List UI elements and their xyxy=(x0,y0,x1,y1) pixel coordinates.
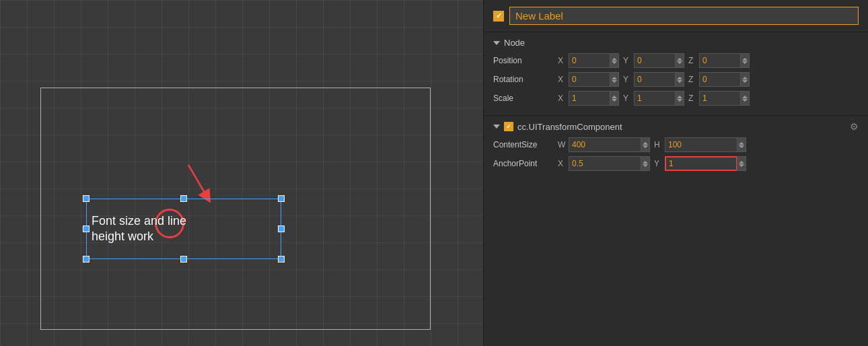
position-x-input[interactable] xyxy=(569,53,610,68)
node-name-input[interactable] xyxy=(509,7,859,25)
content-size-label: ContentSize xyxy=(493,140,554,149)
content-size-h-input[interactable] xyxy=(665,137,737,152)
anchor-x-input[interactable] xyxy=(569,156,641,171)
position-y-down[interactable] xyxy=(677,61,682,64)
content-size-w-input-group xyxy=(569,137,650,152)
handle-top-left[interactable] xyxy=(83,195,89,202)
scale-x-down[interactable] xyxy=(612,99,617,102)
scale-z-axis-label: Z xyxy=(688,94,696,103)
scale-y-input[interactable] xyxy=(634,91,676,106)
rotation-z-down[interactable] xyxy=(742,80,748,83)
position-row: Position X Y xyxy=(493,53,859,68)
position-z-input[interactable] xyxy=(699,53,741,68)
scale-y-down[interactable] xyxy=(677,99,682,102)
handle-bottom-left[interactable] xyxy=(83,256,89,263)
label-element[interactable]: Font size and lineheight work xyxy=(86,199,281,259)
anchor-x-up[interactable] xyxy=(643,161,648,164)
content-size-w-input[interactable] xyxy=(569,137,641,152)
content-size-h-group: H xyxy=(654,137,746,152)
canvas-viewport: Font size and lineheight work xyxy=(0,0,483,346)
scale-x-input[interactable] xyxy=(569,91,610,106)
rotation-y-input[interactable] xyxy=(634,72,676,87)
rotation-z-up[interactable] xyxy=(742,77,748,79)
properties-panel: Node Position X Y xyxy=(483,0,868,346)
rotation-y-spinner[interactable] xyxy=(675,72,684,87)
position-z-input-group xyxy=(699,53,750,68)
content-size-w-spinner[interactable] xyxy=(641,137,650,152)
node-enabled-checkbox[interactable] xyxy=(493,11,504,22)
node-section-label: Node xyxy=(504,38,525,48)
rotation-z-input[interactable] xyxy=(699,72,741,87)
position-z-up[interactable] xyxy=(742,58,748,61)
component-triangle[interactable] xyxy=(493,125,500,129)
rotation-x-axis-label: X xyxy=(558,75,566,84)
position-z-spinner[interactable] xyxy=(740,53,750,68)
node-section-header[interactable]: Node xyxy=(493,38,859,48)
position-x-spinner[interactable] xyxy=(610,53,619,68)
content-size-h-down[interactable] xyxy=(739,145,744,148)
scale-z-input[interactable] xyxy=(699,91,741,106)
node-section-triangle xyxy=(493,41,500,45)
scale-x-up[interactable] xyxy=(612,96,617,98)
anchor-x-down[interactable] xyxy=(643,164,648,167)
rotation-y-down[interactable] xyxy=(677,80,682,83)
component-name-label: cc.UITransformComponent xyxy=(517,122,622,132)
position-y-axis-label: Y xyxy=(623,56,631,65)
anchor-y-spinner[interactable] xyxy=(737,156,746,171)
component-gear-icon[interactable]: ⚙ xyxy=(850,121,859,132)
rotation-y-up[interactable] xyxy=(677,77,682,79)
handle-top-middle[interactable] xyxy=(180,195,187,202)
scale-y-up[interactable] xyxy=(677,96,682,98)
rotation-x-group: X xyxy=(558,72,619,87)
anchor-x-spinner[interactable] xyxy=(641,156,650,171)
rotation-x-up[interactable] xyxy=(612,77,617,79)
handle-middle-right[interactable] xyxy=(278,226,285,232)
position-y-input-group xyxy=(634,53,684,68)
content-size-h-up[interactable] xyxy=(739,142,744,145)
position-x-group: X xyxy=(558,53,619,68)
rotation-z-spinner[interactable] xyxy=(740,72,750,87)
anchor-y-up[interactable] xyxy=(739,161,744,164)
position-x-axis-label: X xyxy=(558,56,566,65)
component-header: cc.UITransformComponent ⚙ xyxy=(493,121,859,132)
position-y-spinner[interactable] xyxy=(675,53,684,68)
rotation-z-group: Z xyxy=(688,72,750,87)
handle-bottom-middle[interactable] xyxy=(180,256,187,263)
uitransform-section: cc.UITransformComponent ⚙ ContentSize W … xyxy=(484,116,868,180)
content-size-w-up[interactable] xyxy=(643,142,648,145)
scale-y-input-group xyxy=(634,91,684,106)
rotation-x-input-group xyxy=(569,72,619,87)
scale-y-axis-label: Y xyxy=(623,94,631,103)
scale-z-up[interactable] xyxy=(742,96,748,98)
anchor-y-input[interactable] xyxy=(665,156,737,171)
anchor-x-axis-label: X xyxy=(558,159,566,168)
anchor-y-axis-label: Y xyxy=(654,159,662,168)
handle-top-right[interactable] xyxy=(278,195,285,202)
position-x-up[interactable] xyxy=(612,58,617,61)
scale-x-axis-label: X xyxy=(558,94,566,103)
content-size-h-spinner[interactable] xyxy=(737,137,746,152)
scale-z-spinner[interactable] xyxy=(740,91,750,106)
position-x-down[interactable] xyxy=(612,61,617,64)
rotation-x-input[interactable] xyxy=(569,72,610,87)
rotation-x-down[interactable] xyxy=(612,80,617,83)
scale-z-down[interactable] xyxy=(742,99,748,102)
anchor-y-down[interactable] xyxy=(739,164,744,167)
svg-line-1 xyxy=(188,165,207,197)
scale-y-group: Y xyxy=(623,91,684,106)
position-y-input[interactable] xyxy=(634,53,676,68)
handle-middle-left[interactable] xyxy=(83,226,89,232)
rotation-x-spinner[interactable] xyxy=(610,72,619,87)
scale-y-spinner[interactable] xyxy=(675,91,684,106)
position-label: Position xyxy=(493,56,554,65)
content-size-w-down[interactable] xyxy=(643,145,648,148)
scale-x-spinner[interactable] xyxy=(610,91,619,106)
position-x-input-group xyxy=(569,53,619,68)
position-y-up[interactable] xyxy=(677,58,682,61)
position-z-down[interactable] xyxy=(742,61,748,64)
handle-bottom-right[interactable] xyxy=(278,256,285,263)
component-enabled-checkbox[interactable] xyxy=(504,122,513,131)
anchor-x-group: X xyxy=(558,156,650,171)
label-text-content: Font size and lineheight work xyxy=(86,199,281,259)
rotation-y-group: Y xyxy=(623,72,684,87)
